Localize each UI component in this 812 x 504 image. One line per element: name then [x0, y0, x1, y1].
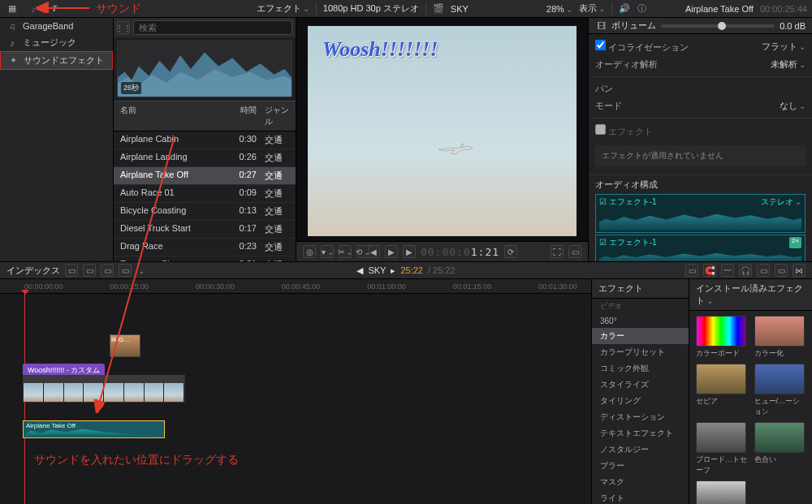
sidebar-item-garageband[interactable]: ♫ GarageBand	[0, 18, 113, 34]
volume-slider[interactable]	[661, 24, 775, 28]
col-name[interactable]: 名前	[114, 105, 226, 127]
eq-checkbox[interactable]	[595, 40, 606, 50]
music-note-icon: ♪	[6, 37, 18, 49]
installed-effects-label[interactable]: インストール済みエフェクト	[696, 282, 806, 307]
audio-component-1[interactable]: ☑ エフェクト-1 ステレオ	[595, 194, 806, 233]
viewer-canvas[interactable]: Woosh!!!!!!!	[308, 26, 577, 236]
track-row[interactable]: Airplane Landing0:26交通	[114, 149, 296, 167]
track-row[interactable]: Auto Race 010:09交通	[114, 185, 296, 203]
inspector-panel: 🎞 ボリューム 0.0 dB イコライゼーション フラット オーディオ解析 未解…	[589, 18, 812, 261]
ruler-tick: 00:00:45:00	[282, 282, 321, 291]
loop-icon[interactable]: ⟳	[504, 245, 517, 258]
fx-category[interactable]: ノスタルジー	[592, 442, 689, 458]
fx-thumb-item[interactable]: セピア	[696, 364, 748, 417]
fx-category[interactable]: ライト	[592, 490, 689, 504]
music-note-icon: ♫	[6, 20, 18, 32]
track-row[interactable]: Airplane Take Off0:27交通	[114, 167, 296, 185]
col-genre[interactable]: ジャンル	[261, 105, 296, 127]
col-time[interactable]: 時間	[226, 105, 261, 127]
blade-icon[interactable]: ▭	[119, 264, 132, 277]
effects-dropdown[interactable]: エフェクト	[257, 2, 309, 15]
clip-primary-video[interactable]: IMG_4514	[23, 375, 185, 403]
tracks-area[interactable]: IMG… Woosh!!!!!!! - カスタム IMG_4514 Airpla…	[0, 294, 591, 504]
audio-analysis-label: オーディオ解析	[595, 58, 658, 71]
track-row[interactable]: Diesel Truck Start0:17交通	[114, 221, 296, 239]
volume-label: ボリューム	[611, 19, 656, 32]
fx-category[interactable]: 360°	[592, 314, 689, 328]
fx-category[interactable]: カラー	[592, 328, 689, 344]
track-row[interactable]: Drag Race0:23交通	[114, 239, 296, 256]
speaker-icon[interactable]: 🔊	[619, 3, 630, 15]
effects-browser-icon[interactable]: ▭	[775, 264, 788, 277]
next-button[interactable]: ▶	[403, 245, 416, 258]
skimming-icon[interactable]: 〰	[721, 264, 734, 277]
tools-icon[interactable]: ✂	[339, 245, 352, 258]
fx-thumb-item[interactable]: カラー化	[754, 316, 806, 359]
music-note-icon[interactable]: ♪	[26, 2, 41, 16]
display-dropdown[interactable]: 表示	[579, 2, 605, 15]
timeline-panel[interactable]: 00:00:00:0000:00:15:0000:00:30:0000:00:4…	[0, 279, 592, 504]
pan-label: パン	[595, 83, 613, 95]
search-row: ⋮⋮	[114, 18, 296, 37]
sidebar-item-label: GarageBand	[23, 21, 73, 31]
library-sidebar: ♫ GarageBand ♪ ミュージック ✦ サウンドエフェクト	[0, 18, 114, 261]
clip-connected-thumb[interactable]: IMG…	[110, 334, 140, 357]
timeline-ruler[interactable]: 00:00:00:0000:00:15:0000:00:30:0000:00:4…	[0, 279, 591, 294]
range-icon[interactable]: ▭	[101, 264, 114, 277]
solo-icon[interactable]: 🎧	[739, 264, 752, 277]
position-icon[interactable]: ▭	[83, 264, 96, 277]
ruler-tick: 00:01:30:00	[538, 282, 577, 291]
fx-category[interactable]: ディストーション	[592, 409, 689, 425]
eq-value[interactable]: フラット	[762, 41, 806, 53]
track-row[interactable]: Bicycle Coasting0:13交通	[114, 203, 296, 221]
transitions-icon[interactable]: ⋈	[793, 264, 806, 277]
fx-category[interactable]: マスク	[592, 474, 689, 490]
layout-icon[interactable]: ▭	[568, 245, 581, 258]
info-icon[interactable]: ⓘ	[637, 3, 648, 15]
filter-button[interactable]: ⋮⋮	[117, 21, 130, 34]
fx-category[interactable]: コミック外観	[592, 360, 689, 377]
fullscreen-icon[interactable]: ⛶	[551, 245, 564, 258]
eq-label: イコライゼーション	[608, 42, 689, 52]
fx-category[interactable]: カラープリセット	[592, 344, 689, 360]
fx-category[interactable]: タイリング	[592, 393, 689, 409]
timeline-project[interactable]: SKY	[368, 265, 386, 275]
sidebar-item-sound-effects[interactable]: ✦ サウンドエフェクト	[0, 51, 113, 70]
library-icon[interactable]: ▦	[5, 2, 19, 16]
view-options-icon[interactable]: ▾	[321, 245, 334, 258]
fx-thumb-item[interactable]: ヒュー/…ーション	[754, 364, 806, 417]
trim-icon[interactable]: ▭	[65, 264, 78, 277]
play-button[interactable]: ▶	[385, 245, 398, 258]
scope-icon[interactable]: ◎	[303, 245, 316, 258]
audio-preview-thumb[interactable]: 26秒	[117, 41, 292, 97]
audio-skim-icon[interactable]: ▭	[757, 264, 770, 277]
preview-duration: 26秒	[121, 82, 141, 94]
fx-thumb-item[interactable]: ブロード…トセーフ	[696, 422, 748, 476]
fx-category[interactable]: ブラー	[592, 458, 689, 474]
clapper-icon[interactable]: 🎬	[433, 3, 444, 15]
zoom-value[interactable]: 28%	[546, 4, 572, 14]
snapping-icon[interactable]: 🧲	[703, 264, 716, 277]
titles-icon[interactable]: 𝑻	[47, 2, 62, 16]
mode-value[interactable]: なし	[780, 100, 806, 112]
fx-thumb-item[interactable]: 色合い	[754, 422, 806, 476]
fx-category[interactable]: スタイライズ	[592, 377, 689, 393]
clip-appearance-icon[interactable]: ▭	[685, 264, 698, 277]
fx-thumb-item[interactable]: カラーボード	[696, 316, 748, 359]
film-icon[interactable]: 🎞	[595, 20, 607, 32]
index-button[interactable]: インデックス	[6, 265, 60, 277]
retime-icon[interactable]: ⟲	[356, 245, 369, 258]
timeline-toolbar: インデックス ▭ ▭ ▭ ▭ ◀ SKY ▸ 25:22 / 25:22 ▭ 🧲…	[0, 261, 812, 279]
inspector-clip-time: 00:00:25:44	[760, 4, 807, 14]
clip-audio-airplane[interactable]: Airplane Take Off	[23, 420, 165, 438]
ruler-tick: 00:00:30:00	[196, 282, 235, 291]
fx-thumb-item[interactable]: 白黒	[696, 480, 748, 504]
effects-browser: エフェクト ビデオ 360°カラーカラープリセットコミック外観スタイライズタイリ…	[592, 279, 812, 504]
track-row[interactable]: Airplane Cabin0:30交通	[114, 131, 296, 149]
fx-category[interactable]: テキストエフェクト	[592, 425, 689, 442]
sidebar-item-music[interactable]: ♪ ミュージック	[0, 34, 113, 51]
sidebar-item-label: ミュージック	[23, 37, 76, 49]
sound-browser: ⋮⋮ 26秒 名前 時間 ジャンル Airplane Cabin0:30交通Ai…	[114, 18, 296, 261]
audio-analysis-value[interactable]: 未解析	[771, 58, 806, 71]
search-input[interactable]	[133, 20, 292, 35]
